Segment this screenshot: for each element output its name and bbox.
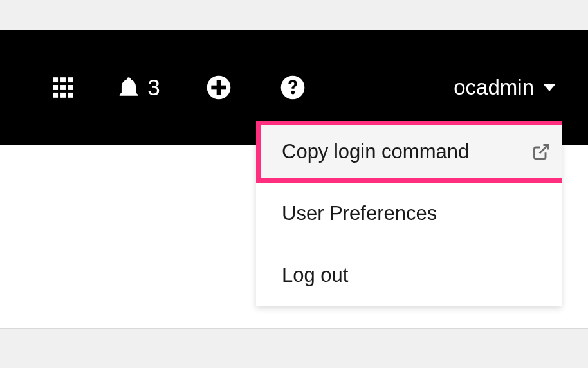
menu-item-label: User Preferences — [282, 202, 437, 225]
menu-item-log-out[interactable]: Log out — [256, 244, 562, 306]
svg-rect-3 — [53, 85, 58, 90]
add-button[interactable] — [183, 75, 254, 100]
svg-point-13 — [291, 91, 295, 95]
plus-circle-icon — [206, 75, 232, 100]
svg-line-14 — [540, 145, 548, 154]
caret-down-icon — [543, 84, 556, 91]
menu-item-user-preferences[interactable]: User Preferences — [256, 183, 562, 244]
external-link-icon — [532, 143, 550, 161]
svg-rect-6 — [53, 93, 58, 98]
svg-rect-1 — [60, 77, 66, 82]
username-label: ocadmin — [454, 75, 534, 100]
notifications-button[interactable]: 3 — [93, 75, 183, 100]
menu-item-copy-login-command[interactable]: Copy login command — [256, 121, 562, 183]
svg-rect-4 — [60, 85, 66, 90]
svg-rect-8 — [68, 93, 73, 98]
svg-rect-7 — [60, 93, 66, 98]
menu-item-label: Copy login command — [282, 140, 469, 163]
question-circle-icon — [280, 75, 306, 100]
bell-icon — [116, 75, 141, 100]
notification-count: 3 — [147, 75, 160, 100]
svg-rect-2 — [68, 77, 73, 82]
user-menu-button[interactable]: ocadmin — [454, 75, 562, 100]
help-button[interactable] — [254, 75, 331, 100]
menu-item-label: Log out — [282, 264, 348, 287]
svg-rect-0 — [53, 77, 58, 82]
apps-button[interactable] — [32, 75, 93, 100]
svg-rect-5 — [68, 85, 73, 90]
top-spacer — [0, 0, 588, 30]
svg-rect-11 — [211, 86, 226, 90]
user-dropdown-menu: Copy login command User Preferences Log … — [256, 121, 562, 306]
apps-grid-icon — [51, 75, 75, 100]
